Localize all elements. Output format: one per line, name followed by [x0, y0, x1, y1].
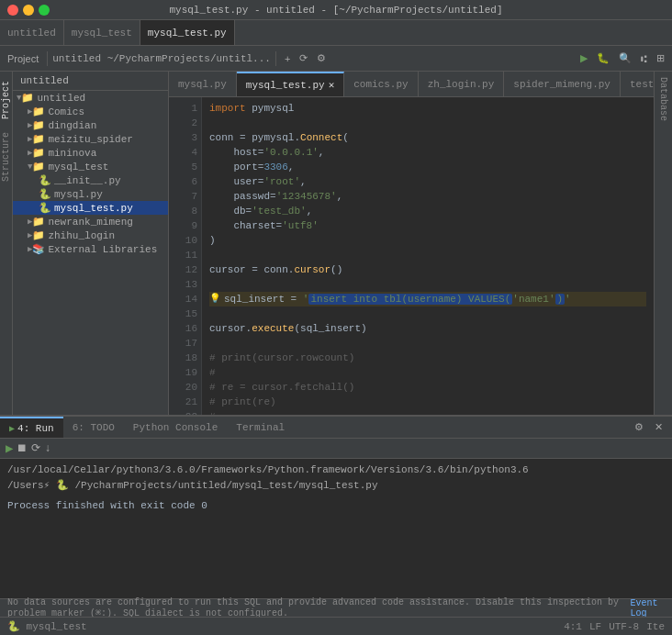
toolbar-sync[interactable]: ⟳ — [296, 50, 311, 66]
tree-item-newrank[interactable]: ▶ 📁 newrank_mimeng — [13, 215, 168, 228]
py-file-icon: 🐍 — [39, 174, 51, 186]
file-tree[interactable]: ▼ 📁 untitled ▶ 📁 Comics ▶ 📁 dingdian — [13, 91, 168, 415]
close-button[interactable] — [7, 5, 18, 16]
event-log-link[interactable]: Event Log — [631, 598, 665, 618]
tree-item-mininova[interactable]: ▶ 📁 mininova — [13, 146, 168, 160]
left-tabs: Project Structure — [0, 72, 13, 415]
scroll-button[interactable]: ↓ — [44, 442, 50, 455]
tree-item-mysql-test-py[interactable]: 🐍 mysql_test.py — [13, 201, 168, 215]
file-tree-sidebar: untitled ▼ 📁 untitled ▶ 📁 Comics — [13, 72, 169, 415]
tree-item-mysql-test-folder[interactable]: ▼ 📁 mysql_test — [13, 160, 168, 173]
rerun-button[interactable]: ⟳ — [31, 441, 40, 455]
tree-label: Comics — [48, 106, 84, 117]
toolbar-git[interactable]: ⑆ — [637, 51, 651, 66]
bottom-tab-python-console[interactable]: Python Console — [124, 417, 227, 438]
bottom-panel: ▶ 4: Run 6: TODO Python Console Terminal… — [0, 415, 672, 598]
status-encoding: UTF-8 — [609, 621, 639, 632]
code-line-20: # re = cursor.fetchall() — [209, 380, 646, 395]
tree-label: mysql_test — [48, 162, 108, 173]
maximize-button[interactable] — [39, 5, 50, 16]
status-right: 4:1 LF UTF-8 Ite — [564, 621, 665, 632]
tab-name: mysql_test.py — [246, 80, 325, 91]
tree-item-untitled[interactable]: ▼ 📁 untitled — [13, 91, 168, 105]
sidebar-header: untitled — [13, 72, 168, 91]
tree-label: mysql.py — [54, 189, 103, 200]
tree-label: dingdian — [48, 120, 96, 131]
code-line-13 — [209, 277, 646, 292]
toolbar-add[interactable]: + — [281, 51, 294, 66]
stop-button[interactable]: ⏹ — [17, 441, 28, 455]
tree-label: newrank_mimeng — [48, 217, 132, 228]
tree-item-mysql-py[interactable]: 🐍 mysql.py — [13, 187, 168, 201]
status-lf: LF — [589, 621, 601, 632]
bottom-settings-btn[interactable]: ⚙ — [631, 419, 647, 435]
toolbar-terminal[interactable]: ⊞ — [653, 50, 668, 66]
tree-item-comics[interactable]: ▶ 📁 Comics — [13, 105, 168, 118]
code-line-21: # print(re) — [209, 395, 646, 409]
bottom-close-btn[interactable]: ✕ — [651, 419, 666, 435]
tab-label: Terminal — [236, 422, 285, 433]
run-button[interactable]: ▶ — [6, 440, 13, 456]
folder-icon: 📁 — [32, 216, 45, 228]
tree-item-init-py[interactable]: 🐍 __init__.py — [13, 173, 168, 187]
main-toolbar: Project untitled ~/PycharmProjects/untit… — [0, 46, 672, 72]
toolbar-search[interactable]: 🔍 — [615, 50, 635, 66]
tab-label: untitled — [7, 28, 56, 39]
folder-icon: 📁 — [32, 229, 45, 241]
tab-name: comics.py — [353, 79, 408, 90]
code-line-5: port=3306, — [209, 160, 646, 174]
tree-item-meizitu[interactable]: ▶ 📁 meizitu_spider — [13, 132, 168, 146]
output-text: Process finished with exit code 0 — [7, 500, 207, 511]
tree-label: External Libraries — [48, 244, 157, 255]
minimize-button[interactable] — [23, 5, 34, 16]
sidebar-title: untitled — [20, 75, 69, 86]
code-line-16: cursor.execute(sql_insert) — [209, 321, 646, 336]
tab-close-icon[interactable]: ✕ — [329, 79, 335, 91]
tree-item-zhihu[interactable]: ▶ 📁 zhihu_login — [13, 228, 168, 242]
editor-tab-test-py[interactable]: test.py — [621, 72, 654, 96]
top-tab-untitled[interactable]: untitled — [0, 20, 64, 45]
tree-label: zhihu_login — [48, 230, 115, 241]
editor-tab-mysql-test-py[interactable]: mysql_test.py ✕ — [237, 72, 344, 96]
libs-icon: 📚 — [32, 243, 45, 255]
bottom-tab-todo[interactable]: 6: TODO — [63, 417, 124, 438]
tab-label: 4: Run — [17, 423, 54, 434]
editor-tab-mysql-py[interactable]: mysql.py — [169, 72, 237, 96]
left-tab-structure[interactable]: Structure — [0, 127, 12, 187]
toolbar-debug[interactable]: 🐛 — [593, 50, 613, 66]
editor-tab-spider-py[interactable]: spider_mimeng.py — [504, 72, 621, 96]
code-content[interactable]: import pymysql conn = pymysql.Connect( h… — [202, 97, 654, 415]
toolbar-run[interactable]: ▶ — [577, 50, 591, 66]
tree-item-dingdian[interactable]: ▶ 📁 dingdian — [13, 118, 168, 132]
toolbar-sep — [47, 51, 48, 66]
tab-name: zh_login.py — [428, 79, 495, 90]
bottom-tab-terminal[interactable]: Terminal — [227, 417, 294, 438]
left-tab-project[interactable]: Project — [0, 75, 12, 125]
code-line-4: host='0.0.0.1', — [209, 145, 646, 160]
database-label[interactable]: Database — [658, 72, 668, 121]
toolbar-settings[interactable]: ⚙ — [313, 50, 330, 66]
database-panel[interactable]: Database — [654, 72, 672, 415]
bottom-tab-run[interactable]: ▶ 4: Run — [0, 417, 63, 438]
run-workdir-line: /Users⚡ 🐍 /PycharmProjects/untitled/mysq… — [7, 477, 665, 493]
window-controls — [7, 5, 50, 16]
top-tab-mysql-test[interactable]: mysql_test — [64, 20, 140, 45]
code-line-10: ) — [209, 233, 646, 248]
code-editor[interactable]: 12345 678910 1112131415 1617181920 21222… — [169, 97, 654, 415]
top-tab-mysql-test-py[interactable]: mysql_test.py — [140, 20, 235, 45]
tab-label: mysql_test.py — [148, 28, 227, 39]
py-file-icon: 🐍 — [39, 188, 51, 200]
status-warning-bar: No data sources are configured to run th… — [0, 598, 672, 617]
warning-icon: 💡 — [209, 292, 220, 306]
app-layout: mysql_test.py - untitled - [~/PycharmPro… — [0, 0, 672, 635]
tree-label: __init__.py — [54, 175, 121, 186]
code-line-11 — [209, 248, 646, 262]
editor-tab-zh-login-py[interactable]: zh_login.py — [419, 72, 505, 96]
tree-item-external-libs[interactable]: ▶ 📚 External Libraries — [13, 242, 168, 256]
editor-tab-comics-py[interactable]: comics.py — [344, 72, 418, 96]
project-dropdown[interactable]: Project — [4, 51, 42, 66]
tab-label: Python Console — [133, 422, 218, 433]
status-bar: 🐍 mysql_test 4:1 LF UTF-8 Ite — [0, 617, 672, 635]
code-line-6: user='root', — [209, 174, 646, 189]
warning-text: No data sources are configured to run th… — [7, 597, 631, 618]
